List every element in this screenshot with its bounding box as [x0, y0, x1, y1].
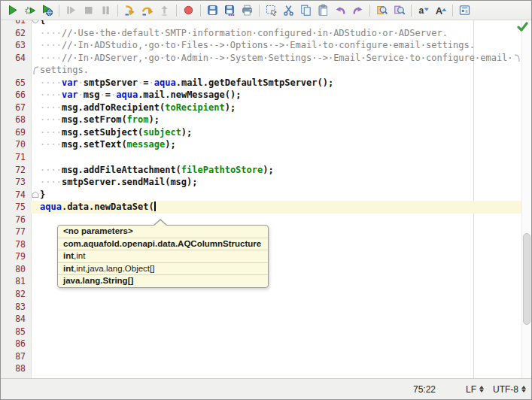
code-text[interactable] — [40, 151, 522, 164]
code-text[interactable] — [40, 326, 522, 338]
fold-gutter — [31, 362, 40, 375]
code-text[interactable]: settings. — [40, 64, 522, 77]
vertical-scrollbar[interactable] — [521, 20, 531, 378]
parameter-hint-text: int — [63, 251, 74, 260]
save-all-button[interactable] — [221, 2, 239, 18]
fold-gutter — [31, 226, 40, 238]
copy-button[interactable] — [297, 2, 315, 18]
token-pl: { — [40, 20, 45, 26]
code-text[interactable] — [40, 362, 522, 375]
run-icon — [6, 4, 19, 17]
code-text[interactable]: ····msg.setText(message); — [40, 138, 522, 151]
select-block-icon — [265, 4, 278, 17]
record-button[interactable] — [180, 2, 197, 18]
code-text[interactable]: ····//·In·ADStudio,·go·to·Files·->·Optio… — [40, 39, 522, 52]
line-number: 69 — [1, 126, 31, 139]
parameter-hint-row: int,int — [58, 250, 268, 262]
code-line-87: 87 — [1, 350, 522, 363]
encoding-selector[interactable]: UTF-8 — [493, 384, 526, 395]
run-button[interactable] — [4, 2, 21, 18]
code-text[interactable]: ····var·smtpServer·=·aqua.mail.getDefaul… — [40, 77, 522, 89]
parameter-hint-row: java.lang.String[] — [58, 274, 268, 287]
token-pl: ); — [225, 102, 236, 113]
scrollbar-thumb[interactable] — [523, 233, 530, 325]
fold-marker-icon[interactable] — [31, 20, 40, 27]
code-text[interactable] — [40, 214, 522, 226]
find-button[interactable] — [373, 2, 391, 18]
line-number: 85 — [1, 326, 31, 338]
token-ws: ···· — [40, 165, 62, 175]
fold-marker-icon[interactable] — [31, 189, 40, 202]
code-text[interactable]: ····var·msg·=·aqua.mail.newMessage(); — [40, 89, 522, 102]
lowercase-icon: a — [417, 4, 430, 17]
paste-icon — [317, 4, 330, 17]
code-line-82: 82 — [1, 288, 522, 301]
run-auto-button[interactable] — [21, 2, 38, 18]
uppercase-button[interactable]: A — [432, 2, 449, 18]
line-number: 78 — [1, 238, 31, 251]
run-auto-icon — [23, 4, 36, 17]
parameter-hint-text: <no parameters> — [63, 226, 133, 235]
step-over-button[interactable] — [138, 2, 156, 18]
select-block-button[interactable] — [263, 2, 280, 18]
undo-button[interactable] — [332, 2, 349, 18]
code-text[interactable]: { — [40, 20, 522, 27]
save-button[interactable] — [204, 2, 221, 18]
token-ws: · — [78, 89, 84, 100]
code-rows: 61{62····//·Use·the·default·SMTP·informa… — [1, 20, 522, 375]
code-text[interactable] — [40, 288, 522, 301]
token-pl: = — [143, 77, 148, 88]
token-com: //·In·ADServer,·go·to·Admin·->·System·Se… — [62, 53, 513, 63]
code-text[interactable] — [40, 313, 522, 326]
fold-gutter — [31, 27, 40, 40]
line-number: 75 — [1, 201, 31, 214]
code-text[interactable] — [40, 301, 522, 314]
token-pl: ); — [181, 127, 192, 138]
form-options-button[interactable] — [456, 2, 473, 18]
code-text[interactable]: } — [40, 189, 522, 202]
caret-position-indicator: 75:22 — [413, 384, 436, 395]
code-text[interactable]: ····msg.addToRecipient(toRecipient); — [40, 102, 522, 114]
code-text[interactable] — [40, 338, 522, 350]
token-kw: var — [62, 89, 78, 100]
line-number: 66 — [1, 89, 31, 102]
code-text[interactable]: ····//·In·ADServer,·go·to·Admin·->·Syste… — [40, 52, 522, 65]
line-number: 73 — [1, 176, 31, 189]
code-text[interactable]: ····smtpServer.sendMail(msg); — [40, 176, 522, 189]
paste-button[interactable] — [315, 2, 332, 18]
token-gr: from — [127, 114, 149, 125]
code-text[interactable]: aqua.data.newDataSet( — [40, 201, 522, 214]
code-text[interactable]: ····msg.setFrom(from); — [40, 114, 522, 126]
line-number: 82 — [1, 288, 31, 301]
line-ending-selector[interactable]: LF — [466, 384, 484, 395]
print-button[interactable] — [239, 2, 256, 18]
token-bi: aqua — [116, 89, 138, 100]
token-ws: ···· — [40, 40, 62, 50]
fold-gutter — [31, 238, 40, 251]
fold-gutter — [31, 102, 40, 114]
token-ws: ···· — [40, 77, 62, 88]
code-line-83: 83 — [1, 301, 522, 314]
find-replace-button[interactable] — [391, 2, 408, 18]
code-text[interactable]: ····//·Use·the·default·SMTP·information·… — [40, 27, 522, 40]
redo-button[interactable] — [349, 2, 366, 18]
token-ws: · — [100, 89, 105, 100]
token-pl: ); — [263, 165, 273, 175]
fold-gutter — [31, 114, 40, 126]
code-text[interactable]: ····msg.setSubject(subject); — [40, 126, 522, 139]
code-text[interactable] — [40, 350, 522, 363]
step-forward-icon — [65, 4, 78, 17]
cut-button[interactable] — [280, 2, 297, 18]
line-number: 71 — [1, 151, 31, 164]
step-into-button[interactable] — [121, 2, 138, 18]
parameter-hint-row: com.aquafold.openapi.data.AQColumnStruct… — [58, 238, 268, 250]
token-kw: var — [62, 77, 78, 88]
code-text[interactable]: ····msg.addFileAttachment(filePathtoStor… — [40, 164, 522, 177]
fold-gutter — [31, 89, 40, 102]
run-globe-button[interactable] — [38, 2, 56, 18]
token-ws: · — [78, 77, 84, 88]
line-number: 70 — [1, 138, 31, 151]
lowercase-button[interactable]: a — [415, 2, 432, 18]
code-editor[interactable]: 61{62····//·Use·the·default·SMTP·informa… — [1, 20, 531, 378]
copy-icon — [299, 4, 312, 17]
